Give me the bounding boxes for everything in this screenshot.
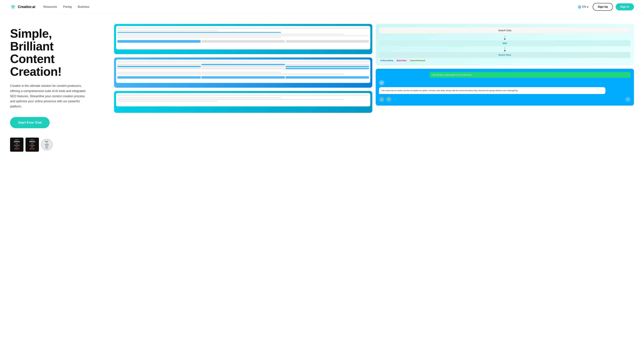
svg-point-6 (628, 99, 629, 99)
mock-cell-8 (202, 68, 285, 69)
badges-row: best of SwisS web productivity silver 20… (10, 138, 107, 152)
mock-browser-bar-3 (118, 94, 369, 96)
mock-line-5 (118, 37, 281, 38)
mock-line-8 (118, 97, 281, 98)
search-data-input-display: Search Data (379, 27, 630, 33)
thumbs-up-button[interactable]: 👍 (379, 97, 384, 102)
badge-innovation-line5: silver (27, 146, 37, 147)
nav-link-resources[interactable]: Resources (43, 5, 57, 8)
badge-productivity-year: 2023 (12, 147, 22, 150)
mock-browser-bar-2 (118, 61, 369, 62)
start-free-trial-button[interactable]: Start Free Trial (10, 117, 50, 128)
globe-icon: 🌐 (578, 5, 581, 8)
logo-text: Creaitor.ai (18, 5, 35, 9)
nav-item-pricing[interactable]: Pricing (63, 5, 72, 8)
mock-dot-3 (118, 61, 119, 62)
screenshot-card-1 (114, 24, 372, 54)
logo-icon (10, 4, 16, 10)
hero-section: Simple, Brilliant Content Creation! Crea… (0, 14, 644, 158)
chat-bubble-user: Turn this into a social post in our bran… (429, 72, 630, 78)
mock-line-10 (118, 101, 218, 102)
flow-dot-2 (504, 50, 506, 51)
badge-innovation-year: 2023 (27, 147, 37, 150)
chat-avatar: AP (379, 80, 384, 85)
nav-links: Resources Pricing Business (43, 5, 89, 8)
mock-cell-3 (286, 64, 369, 65)
screenshot-col-right: Search Data SEO Brand Voice AI Blog Draf… (376, 24, 634, 113)
logo-link[interactable]: Creaitor.ai (10, 4, 35, 10)
hero-title: Simple, Brilliant Content Creation! (10, 27, 107, 78)
mock-cell-1 (118, 64, 201, 65)
chat-actions: 👍 👎 (379, 97, 630, 102)
mock-browser-1 (116, 26, 370, 49)
lang-label: EN (582, 5, 586, 8)
hero-title-line4: Creation! (10, 65, 62, 78)
badge-apps: BESTOFSWISSAPPS2022 (41, 139, 53, 150)
badge-productivity-line5: silver (12, 146, 22, 147)
search-data-card: Search Data SEO Brand Voice AI Blog Draf… (376, 24, 634, 65)
hero-title-line2: Brilliant (10, 39, 54, 53)
badge-apps-text: BESTOFSWISSAPPS2022 (45, 141, 49, 149)
flow-dot-1 (504, 38, 506, 40)
language-selector[interactable]: 🌐 EN ▾ (576, 4, 590, 9)
mock-dot-1 (118, 28, 119, 29)
mock-line-1 (118, 30, 218, 31)
hero-left: Simple, Brilliant Content Creation! Crea… (10, 24, 107, 152)
nav-item-business[interactable]: Business (78, 5, 90, 8)
flow-connector-2 (505, 47, 505, 49)
more-options-button[interactable] (625, 97, 630, 102)
mock-line-3 (118, 34, 344, 34)
chevron-down-icon: ▾ (587, 5, 588, 8)
mock-browser-3 (116, 93, 370, 106)
badge-productivity: best of SwisS web productivity silver 20… (10, 138, 24, 152)
badge-innovation-line2: SwisS (27, 140, 37, 143)
nav-item-resources[interactable]: Resources (43, 5, 57, 8)
navbar-left: Creaitor.ai Resources Pricing Business (10, 4, 90, 10)
mock-line-9 (118, 99, 344, 100)
mock-cell-4 (118, 66, 201, 67)
nav-link-pricing[interactable]: Pricing (63, 5, 72, 8)
flow-node-seo: SEO (379, 40, 630, 46)
mock-dot-4 (120, 61, 121, 62)
signin-button[interactable]: Sign In (616, 3, 634, 10)
badge-innovation-line4: innovation (27, 144, 37, 146)
tag-keyword: Keyword Research (409, 59, 427, 62)
badge-productivity-line2: SwisS (12, 140, 22, 143)
mock-grid-2 (118, 64, 369, 69)
mock-cell-6 (286, 66, 369, 67)
navbar-right: 🌐 EN ▾ Sign Up Sign In (576, 3, 634, 11)
flow-connector-1 (505, 35, 505, 38)
mock-line-6 (118, 72, 281, 73)
mock-line-7 (118, 73, 344, 74)
badge-innovation-line3: web (27, 143, 37, 144)
badge-innovation-line1: best of (27, 139, 37, 140)
chat-bubble-ai: The ocean has our hearts, but this suit … (379, 87, 606, 94)
mock-cell-5 (202, 66, 285, 67)
mock-browser-2 (116, 59, 370, 83)
more-options-icon (626, 98, 629, 101)
flow-node-brand: Brand Voice (379, 52, 630, 58)
mock-cell-7 (118, 68, 201, 69)
mock-content-1 (118, 30, 369, 43)
badge-productivity-line4: productivity (12, 144, 22, 146)
screenshot-card-2 (114, 57, 372, 88)
nav-link-business[interactable]: Business (78, 5, 90, 8)
svg-point-5 (628, 99, 628, 99)
chat-card: Turn this into a social post in our bran… (376, 69, 634, 106)
mock-line-2 (118, 32, 281, 33)
mock-content-2b (118, 72, 369, 79)
hero-title-line1: Simple, (10, 27, 52, 40)
badge-productivity-line3: web (12, 143, 22, 144)
svg-point-0 (10, 4, 16, 9)
signup-button[interactable]: Sign Up (593, 3, 613, 11)
mock-cell-2 (202, 64, 285, 65)
thumbs-down-button[interactable]: 👎 (386, 97, 392, 102)
tag-brand-voice: Brand Voice (396, 59, 408, 62)
navbar: Creaitor.ai Resources Pricing Business 🌐… (0, 0, 644, 14)
screenshot-col-left (114, 24, 372, 113)
badge-productivity-line1: best of (12, 139, 22, 140)
mock-line-4 (118, 35, 369, 36)
mock-dot-2 (120, 28, 121, 29)
badge-innovation: best of SwisS web innovation silver 2023 (26, 138, 39, 152)
mock-browser-bar-1 (118, 27, 369, 29)
